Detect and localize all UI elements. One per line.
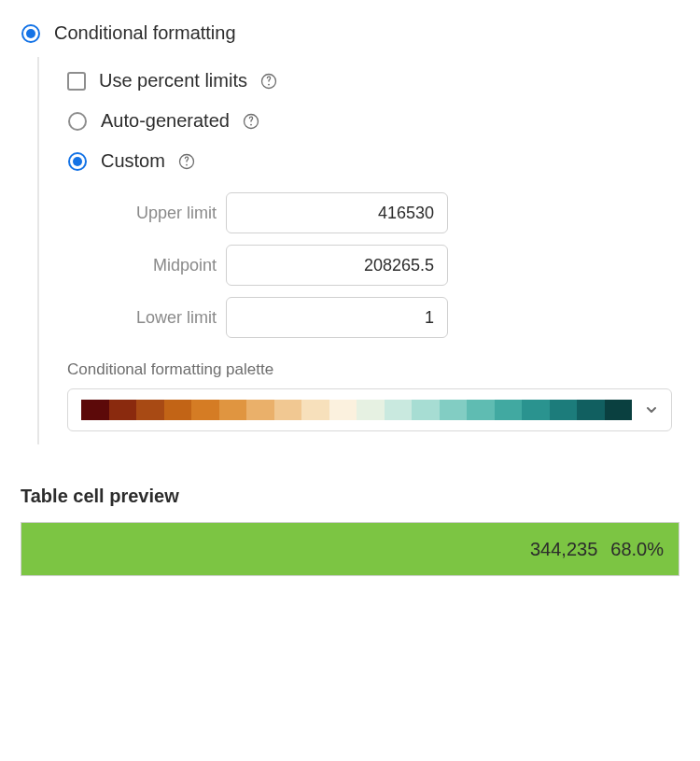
palette-swatch bbox=[495, 400, 523, 420]
palette-swatch bbox=[164, 400, 192, 420]
custom-radio[interactable] bbox=[67, 151, 88, 172]
palette-swatch bbox=[301, 400, 329, 420]
svg-point-4 bbox=[69, 113, 86, 130]
conditional-formatting-radio[interactable] bbox=[21, 23, 41, 44]
preview-value: 344,235 bbox=[530, 539, 597, 560]
palette-swatch bbox=[440, 400, 468, 420]
palette-label: Conditional formatting palette bbox=[67, 360, 679, 379]
use-percent-limits-checkbox[interactable] bbox=[67, 72, 86, 91]
upper-limit-row: Upper limit bbox=[101, 187, 679, 239]
info-icon[interactable] bbox=[243, 113, 259, 130]
palette-swatch bbox=[412, 400, 440, 420]
palette-swatch bbox=[109, 400, 137, 420]
custom-limits: Upper limit Midpoint Lower limit bbox=[101, 187, 679, 344]
lower-limit-input[interactable] bbox=[226, 297, 448, 338]
lower-limit-label: Lower limit bbox=[101, 308, 217, 328]
svg-point-3 bbox=[268, 83, 270, 85]
upper-limit-input[interactable] bbox=[226, 192, 448, 233]
palette-swatch bbox=[246, 400, 274, 420]
use-percent-limits-label: Use percent limits bbox=[99, 70, 247, 92]
info-icon[interactable] bbox=[178, 153, 195, 170]
palette-swatch bbox=[522, 400, 550, 420]
lower-limit-row: Lower limit bbox=[101, 291, 679, 344]
svg-point-10 bbox=[186, 163, 188, 165]
custom-row: Custom bbox=[67, 141, 679, 181]
conditional-formatting-row: Conditional formatting bbox=[21, 15, 679, 51]
auto-generated-label: Auto-generated bbox=[101, 110, 230, 132]
use-percent-limits-row: Use percent limits bbox=[67, 61, 679, 101]
midpoint-input[interactable] bbox=[226, 245, 448, 286]
table-cell-preview-title: Table cell preview bbox=[21, 486, 679, 507]
auto-generated-radio[interactable] bbox=[67, 111, 88, 132]
palette-swatch bbox=[385, 400, 413, 420]
palette-swatch bbox=[136, 400, 164, 420]
palette-swatch bbox=[329, 400, 357, 420]
palette-swatch bbox=[219, 400, 247, 420]
svg-point-8 bbox=[73, 157, 82, 166]
conditional-formatting-children: Use percent limits Auto-generated bbox=[37, 57, 679, 444]
palette-swatch bbox=[274, 400, 302, 420]
auto-generated-row: Auto-generated bbox=[67, 101, 679, 141]
palette-swatch bbox=[577, 400, 605, 420]
info-icon[interactable] bbox=[260, 73, 277, 90]
palette-swatch bbox=[550, 400, 578, 420]
palette-swatch bbox=[81, 400, 109, 420]
preview-percent: 68.0% bbox=[610, 539, 664, 560]
midpoint-label: Midpoint bbox=[101, 256, 217, 275]
palette-swatch bbox=[605, 400, 633, 420]
palette-swatches bbox=[81, 400, 632, 420]
midpoint-row: Midpoint bbox=[101, 239, 679, 291]
palette-swatch bbox=[357, 400, 385, 420]
palette-select[interactable] bbox=[67, 388, 672, 431]
conditional-formatting-label: Conditional formatting bbox=[54, 22, 236, 44]
table-cell-preview: 344,235 68.0% bbox=[21, 522, 679, 576]
palette-swatch bbox=[467, 400, 495, 420]
upper-limit-label: Upper limit bbox=[101, 204, 217, 223]
svg-point-1 bbox=[26, 29, 35, 38]
chevron-down-icon bbox=[645, 403, 658, 416]
palette-swatch bbox=[191, 400, 219, 420]
svg-point-6 bbox=[250, 123, 252, 125]
custom-label: Custom bbox=[101, 150, 165, 172]
